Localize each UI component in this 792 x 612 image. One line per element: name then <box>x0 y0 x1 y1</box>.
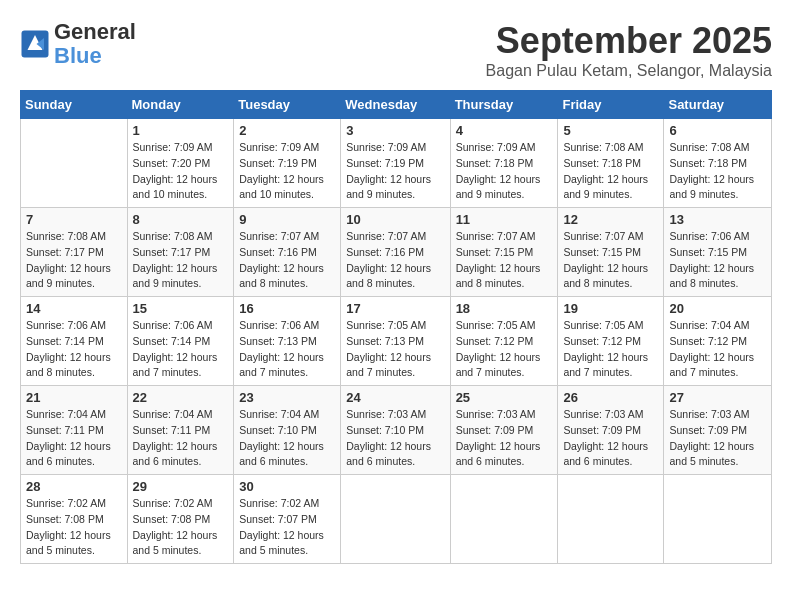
day-info: Sunrise: 7:04 AMSunset: 7:10 PMDaylight:… <box>239 407 335 470</box>
calendar-cell: 12Sunrise: 7:07 AMSunset: 7:15 PMDayligh… <box>558 208 664 297</box>
calendar-cell: 15Sunrise: 7:06 AMSunset: 7:14 PMDayligh… <box>127 297 234 386</box>
day-number: 12 <box>563 212 658 227</box>
calendar-week-row: 1Sunrise: 7:09 AMSunset: 7:20 PMDaylight… <box>21 119 772 208</box>
day-info: Sunrise: 7:03 AMSunset: 7:10 PMDaylight:… <box>346 407 444 470</box>
calendar-cell: 6Sunrise: 7:08 AMSunset: 7:18 PMDaylight… <box>664 119 772 208</box>
column-header-friday: Friday <box>558 91 664 119</box>
day-number: 27 <box>669 390 766 405</box>
day-info: Sunrise: 7:07 AMSunset: 7:16 PMDaylight:… <box>239 229 335 292</box>
calendar-cell: 25Sunrise: 7:03 AMSunset: 7:09 PMDayligh… <box>450 386 558 475</box>
day-info: Sunrise: 7:02 AMSunset: 7:07 PMDaylight:… <box>239 496 335 559</box>
day-info: Sunrise: 7:02 AMSunset: 7:08 PMDaylight:… <box>26 496 122 559</box>
calendar-cell: 18Sunrise: 7:05 AMSunset: 7:12 PMDayligh… <box>450 297 558 386</box>
day-number: 1 <box>133 123 229 138</box>
day-info: Sunrise: 7:07 AMSunset: 7:15 PMDaylight:… <box>563 229 658 292</box>
logo-line1: General <box>54 20 136 44</box>
calendar-cell: 1Sunrise: 7:09 AMSunset: 7:20 PMDaylight… <box>127 119 234 208</box>
page-header: General Blue September 2025 Bagan Pulau … <box>20 20 772 80</box>
day-info: Sunrise: 7:06 AMSunset: 7:14 PMDaylight:… <box>26 318 122 381</box>
day-number: 11 <box>456 212 553 227</box>
calendar-cell: 2Sunrise: 7:09 AMSunset: 7:19 PMDaylight… <box>234 119 341 208</box>
day-number: 24 <box>346 390 444 405</box>
calendar-week-row: 21Sunrise: 7:04 AMSunset: 7:11 PMDayligh… <box>21 386 772 475</box>
day-number: 20 <box>669 301 766 316</box>
day-number: 21 <box>26 390 122 405</box>
calendar-cell: 17Sunrise: 7:05 AMSunset: 7:13 PMDayligh… <box>341 297 450 386</box>
calendar-cell: 16Sunrise: 7:06 AMSunset: 7:13 PMDayligh… <box>234 297 341 386</box>
calendar-cell: 21Sunrise: 7:04 AMSunset: 7:11 PMDayligh… <box>21 386 128 475</box>
day-info: Sunrise: 7:08 AMSunset: 7:18 PMDaylight:… <box>669 140 766 203</box>
day-info: Sunrise: 7:05 AMSunset: 7:12 PMDaylight:… <box>456 318 553 381</box>
calendar-cell: 11Sunrise: 7:07 AMSunset: 7:15 PMDayligh… <box>450 208 558 297</box>
day-number: 5 <box>563 123 658 138</box>
calendar-week-row: 7Sunrise: 7:08 AMSunset: 7:17 PMDaylight… <box>21 208 772 297</box>
calendar-cell: 14Sunrise: 7:06 AMSunset: 7:14 PMDayligh… <box>21 297 128 386</box>
day-number: 28 <box>26 479 122 494</box>
calendar-cell: 23Sunrise: 7:04 AMSunset: 7:10 PMDayligh… <box>234 386 341 475</box>
calendar-cell: 22Sunrise: 7:04 AMSunset: 7:11 PMDayligh… <box>127 386 234 475</box>
day-info: Sunrise: 7:09 AMSunset: 7:19 PMDaylight:… <box>346 140 444 203</box>
day-info: Sunrise: 7:06 AMSunset: 7:14 PMDaylight:… <box>133 318 229 381</box>
calendar-cell: 4Sunrise: 7:09 AMSunset: 7:18 PMDaylight… <box>450 119 558 208</box>
calendar-cell <box>341 475 450 564</box>
day-info: Sunrise: 7:05 AMSunset: 7:12 PMDaylight:… <box>563 318 658 381</box>
column-header-monday: Monday <box>127 91 234 119</box>
day-number: 4 <box>456 123 553 138</box>
title-block: September 2025 Bagan Pulau Ketam, Selang… <box>486 20 772 80</box>
day-number: 8 <box>133 212 229 227</box>
day-number: 17 <box>346 301 444 316</box>
calendar-cell: 5Sunrise: 7:08 AMSunset: 7:18 PMDaylight… <box>558 119 664 208</box>
calendar-header-row: SundayMondayTuesdayWednesdayThursdayFrid… <box>21 91 772 119</box>
logo-icon <box>20 29 50 59</box>
calendar-cell: 13Sunrise: 7:06 AMSunset: 7:15 PMDayligh… <box>664 208 772 297</box>
day-number: 29 <box>133 479 229 494</box>
day-number: 26 <box>563 390 658 405</box>
day-info: Sunrise: 7:03 AMSunset: 7:09 PMDaylight:… <box>456 407 553 470</box>
calendar-cell: 27Sunrise: 7:03 AMSunset: 7:09 PMDayligh… <box>664 386 772 475</box>
calendar-cell: 20Sunrise: 7:04 AMSunset: 7:12 PMDayligh… <box>664 297 772 386</box>
calendar-cell: 19Sunrise: 7:05 AMSunset: 7:12 PMDayligh… <box>558 297 664 386</box>
calendar-cell <box>21 119 128 208</box>
day-info: Sunrise: 7:08 AMSunset: 7:17 PMDaylight:… <box>133 229 229 292</box>
day-info: Sunrise: 7:02 AMSunset: 7:08 PMDaylight:… <box>133 496 229 559</box>
calendar-cell: 7Sunrise: 7:08 AMSunset: 7:17 PMDaylight… <box>21 208 128 297</box>
day-number: 13 <box>669 212 766 227</box>
logo: General Blue <box>20 20 136 68</box>
day-info: Sunrise: 7:03 AMSunset: 7:09 PMDaylight:… <box>669 407 766 470</box>
day-number: 3 <box>346 123 444 138</box>
column-header-thursday: Thursday <box>450 91 558 119</box>
calendar-cell <box>450 475 558 564</box>
calendar-cell: 10Sunrise: 7:07 AMSunset: 7:16 PMDayligh… <box>341 208 450 297</box>
day-info: Sunrise: 7:05 AMSunset: 7:13 PMDaylight:… <box>346 318 444 381</box>
day-number: 6 <box>669 123 766 138</box>
day-number: 15 <box>133 301 229 316</box>
calendar-week-row: 14Sunrise: 7:06 AMSunset: 7:14 PMDayligh… <box>21 297 772 386</box>
day-number: 16 <box>239 301 335 316</box>
calendar-cell: 24Sunrise: 7:03 AMSunset: 7:10 PMDayligh… <box>341 386 450 475</box>
calendar-cell: 3Sunrise: 7:09 AMSunset: 7:19 PMDaylight… <box>341 119 450 208</box>
column-header-sunday: Sunday <box>21 91 128 119</box>
calendar-cell: 29Sunrise: 7:02 AMSunset: 7:08 PMDayligh… <box>127 475 234 564</box>
calendar-cell <box>664 475 772 564</box>
day-number: 9 <box>239 212 335 227</box>
calendar-cell <box>558 475 664 564</box>
day-info: Sunrise: 7:04 AMSunset: 7:11 PMDaylight:… <box>133 407 229 470</box>
day-number: 22 <box>133 390 229 405</box>
logo-line2: Blue <box>54 44 136 68</box>
column-header-saturday: Saturday <box>664 91 772 119</box>
day-info: Sunrise: 7:04 AMSunset: 7:11 PMDaylight:… <box>26 407 122 470</box>
day-number: 2 <box>239 123 335 138</box>
day-number: 19 <box>563 301 658 316</box>
calendar-week-row: 28Sunrise: 7:02 AMSunset: 7:08 PMDayligh… <box>21 475 772 564</box>
calendar-table: SundayMondayTuesdayWednesdayThursdayFrid… <box>20 90 772 564</box>
day-number: 30 <box>239 479 335 494</box>
column-header-wednesday: Wednesday <box>341 91 450 119</box>
day-number: 25 <box>456 390 553 405</box>
day-info: Sunrise: 7:09 AMSunset: 7:19 PMDaylight:… <box>239 140 335 203</box>
day-info: Sunrise: 7:09 AMSunset: 7:20 PMDaylight:… <box>133 140 229 203</box>
day-number: 7 <box>26 212 122 227</box>
calendar-cell: 28Sunrise: 7:02 AMSunset: 7:08 PMDayligh… <box>21 475 128 564</box>
day-info: Sunrise: 7:07 AMSunset: 7:16 PMDaylight:… <box>346 229 444 292</box>
day-info: Sunrise: 7:08 AMSunset: 7:18 PMDaylight:… <box>563 140 658 203</box>
day-number: 18 <box>456 301 553 316</box>
